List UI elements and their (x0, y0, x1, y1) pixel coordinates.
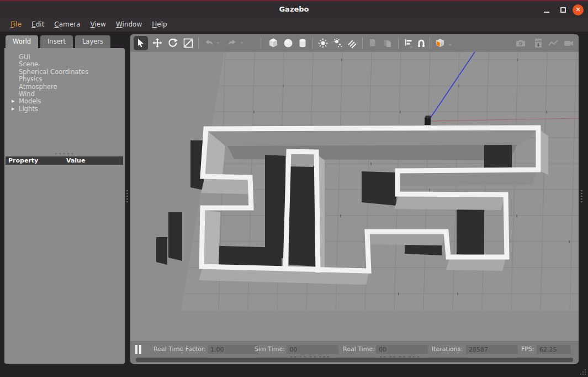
world-panel: GUI Scene Spherical Coordinates Physics … (4, 48, 125, 364)
point-light-button[interactable] (316, 36, 330, 50)
view-angle-caret[interactable] (448, 44, 452, 46)
world-tree: GUI Scene Spherical Coordinates Physics … (4, 54, 125, 113)
fps-label: FPS: (521, 342, 534, 357)
view-cube-icon (435, 38, 446, 49)
magnet-icon (416, 38, 427, 49)
redo-history-caret[interactable] (240, 42, 243, 44)
iterations-value: 28587 (466, 345, 518, 354)
paste-icon (382, 38, 393, 49)
iterations-label: Iterations: (432, 342, 463, 357)
directional-light-button[interactable] (345, 36, 359, 50)
undo-history-caret[interactable] (216, 42, 220, 44)
panel-splitter-handle[interactable]: ••••• (4, 152, 125, 155)
tree-item-scene[interactable]: Scene (4, 61, 125, 68)
expand-arrow-icon[interactable]: ▶ (12, 98, 14, 105)
video-record-button[interactable] (561, 36, 576, 50)
pause-icon (135, 345, 137, 354)
sim-time-label: Sim Time: (255, 342, 285, 357)
spot-light-icon (332, 38, 343, 49)
menu-view[interactable]: View (85, 18, 110, 32)
redo-icon (226, 38, 237, 49)
real-time-factor-label: Real Time Factor: (153, 342, 206, 357)
svg-text:LOG: LOG (536, 40, 542, 43)
sphere-tool-button[interactable] (281, 36, 295, 50)
cube-icon (268, 38, 279, 49)
cylinder-tool-button[interactable] (295, 36, 310, 50)
simulation-status-bar: Real Time Factor: 1.00 Sim Time: 00 00:0… (130, 341, 579, 357)
menu-file[interactable]: File (6, 18, 27, 32)
log-file-icon: LOG (533, 38, 544, 49)
tree-item-spherical-coordinates[interactable]: Spherical Coordinates (4, 69, 125, 76)
view-angle-button[interactable] (433, 36, 447, 50)
tab-insert[interactable]: Insert (40, 35, 73, 48)
cursor-arrow-icon (135, 38, 146, 49)
scale-icon (183, 38, 194, 49)
translate-tool-button[interactable] (150, 36, 165, 50)
plot-button[interactable] (546, 36, 560, 50)
minimize-button[interactable] (542, 5, 552, 15)
select-tool-button[interactable] (134, 36, 148, 50)
title-bar: Gazebo ✕ (0, 0, 588, 18)
close-icon: ✕ (575, 6, 580, 13)
camera-icon (515, 38, 526, 49)
menu-window[interactable]: Window (111, 18, 147, 32)
left-splitter-handle[interactable] (126, 190, 128, 202)
render-toolbar: LOG (130, 34, 579, 52)
minimize-icon (544, 12, 549, 13)
gazebo-window: Gazebo ✕ File Edit Camera View Window He… (0, 0, 588, 377)
window-title: Gazebo (0, 1, 588, 18)
render-viewport: LOG (130, 34, 579, 364)
point-light-icon (317, 38, 329, 49)
undo-button[interactable] (202, 36, 216, 50)
real-time-label: Real Time: (343, 342, 375, 357)
undo-icon (204, 38, 215, 49)
scale-tool-button[interactable] (181, 36, 195, 50)
menu-camera[interactable]: Camera (49, 18, 85, 32)
expand-arrow-icon[interactable]: ▶ (12, 106, 14, 113)
line-chart-icon (548, 38, 559, 49)
tree-item-physics[interactable]: Physics (4, 76, 125, 83)
tab-world[interactable]: World (6, 35, 38, 48)
paste-button[interactable] (380, 36, 395, 50)
screenshot-button[interactable] (513, 36, 528, 50)
tree-item-models[interactable]: ▶Models (4, 98, 125, 105)
snap-tool-button[interactable] (414, 36, 428, 50)
directional-light-icon (347, 38, 358, 49)
horizontal-scrollbar (130, 357, 579, 363)
tree-item-gui[interactable]: GUI (4, 54, 125, 61)
maximize-icon (560, 7, 566, 13)
menu-help[interactable]: Help (147, 18, 172, 32)
maze-world-render (130, 52, 579, 341)
right-splitter-handle[interactable] (580, 190, 582, 202)
box-tool-button[interactable] (266, 36, 280, 50)
align-icon (403, 38, 414, 49)
tree-item-wind[interactable]: Wind (4, 91, 125, 98)
redo-button[interactable] (225, 36, 239, 50)
tab-layers[interactable]: Layers (75, 35, 110, 48)
value-column-header: Value (66, 156, 85, 165)
log-record-button[interactable]: LOG (531, 36, 545, 50)
copy-button[interactable] (365, 36, 380, 50)
tree-item-lights[interactable]: ▶Lights (4, 106, 125, 113)
sphere-icon (283, 38, 294, 49)
tree-item-atmosphere[interactable]: Atmosphere (4, 83, 125, 91)
menu-bar: File Edit Camera View Window Help (0, 18, 588, 32)
spot-light-button[interactable] (331, 36, 345, 50)
pause-button[interactable] (134, 345, 143, 354)
video-camera-icon (563, 38, 574, 49)
sim-time-value: 00 00:01:30.322 (287, 345, 338, 354)
cylinder-icon (297, 38, 308, 49)
rotate-icon (167, 38, 178, 49)
scene-3d[interactable] (130, 52, 579, 341)
maximize-button[interactable] (558, 5, 568, 15)
scrollbar-thumb[interactable] (136, 358, 573, 362)
real-time-value: 00 00:00:29.834 (376, 345, 428, 354)
resize-grip[interactable] (578, 367, 586, 375)
panel-tabs: World Insert Layers (6, 35, 110, 48)
menu-edit[interactable]: Edit (27, 18, 49, 32)
fps-value: 62.25 (537, 345, 571, 354)
pause-icon (139, 345, 141, 354)
property-table-header: Property Value (6, 156, 123, 165)
rotate-tool-button[interactable] (166, 36, 180, 50)
close-button[interactable]: ✕ (573, 4, 584, 15)
